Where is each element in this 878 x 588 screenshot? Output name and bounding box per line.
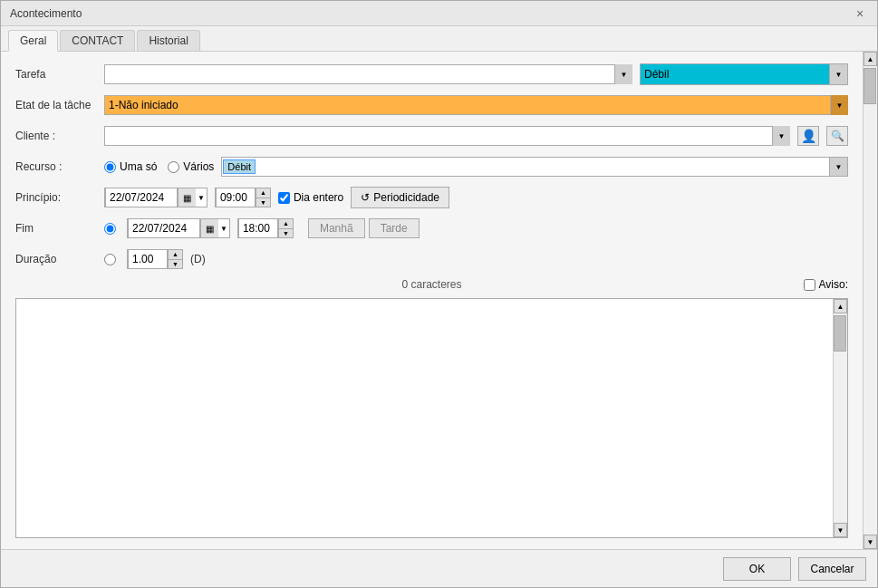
etat-dropdown-wrap: 1-Não iniciado 2-Em curso 3-Concluído ▼ [104,95,848,115]
notes-scroll-track [834,313,847,523]
uma-so-radio-item[interactable]: Uma só [104,160,157,173]
notes-scrollbar: ▲ ▼ [833,299,847,537]
principio-label: Princípio: [15,191,97,204]
varios-label: Vários [183,160,214,173]
main-scroll-thumb[interactable] [864,68,876,104]
cancel-button[interactable]: Cancelar [798,557,866,581]
notes-scroll-down[interactable]: ▼ [834,523,847,537]
principio-time-input[interactable]: 09:00 [216,188,256,207]
tarefa-row: Tarefa ▼ Débil ▼ [15,63,848,86]
window-title: Acontecimento [10,7,82,20]
debil-input[interactable]: Débil [641,64,829,84]
tab-geral[interactable]: Geral [8,30,58,52]
duracao-row: Duração 1.00 ▲ ▼ (D) [15,247,848,271]
duracao-radio[interactable] [104,254,116,265]
person-button[interactable]: 👤 [797,126,819,146]
recurso-input[interactable] [256,158,847,176]
duracao-down[interactable]: ▼ [168,260,182,269]
fim-row: Fim 22/07/2024 ▦ ▼ 18:00 ▲ ▼ M [15,217,848,240]
cliente-label: Cliente : [15,130,97,142]
principio-date-input[interactable]: 22/07/2024 [105,188,178,207]
etat-row: Etat de la tâche 1-Não iniciado 2-Em cur… [15,93,848,117]
principio-date-wrap: 22/07/2024 ▦ ▼ [104,188,207,207]
cliente-row: Cliente : ▼ 👤 🔍 [15,124,848,148]
uma-so-label: Uma só [120,160,157,173]
recurso-radio-group: Uma só Vários [104,160,214,173]
duracao-radio-item[interactable] [104,254,116,265]
manha-tarde-group: Manhã Tarde [308,218,420,238]
fim-dropdown-arrow[interactable]: ▼ [218,225,229,233]
dia-entero-checkbox[interactable] [278,192,290,204]
aviso-label: Aviso: [819,278,848,291]
main-scroll-up[interactable]: ▲ [864,52,877,66]
fim-date-wrap: 22/07/2024 ▦ ▼ [127,218,230,238]
close-button[interactable]: × [852,5,868,22]
tab-bar: Geral CONTACT Historial [1,26,877,52]
varios-radio-item[interactable]: Vários [168,160,214,173]
recurso-dropdown-arrow[interactable]: ▼ [829,158,847,176]
principio-dropdown-arrow[interactable]: ▼ [196,194,207,202]
notes-scroll-thumb[interactable] [834,315,846,352]
debil-tag: Débit [223,159,256,174]
duracao-input-wrap: 1.00 ▲ ▼ [127,249,183,269]
tarefa-dropdown-wrap: ▼ [104,64,632,84]
fim-time-down[interactable]: ▼ [278,229,293,238]
fim-label: Fim [15,222,97,235]
cliente-input[interactable] [104,126,790,146]
content-area: Tarefa ▼ Débil ▼ Etat de la tâche 1 [1,52,877,549]
principio-time-up[interactable]: ▲ [256,188,270,198]
fim-calendar-button[interactable]: ▦ [200,219,218,237]
tarefa-input[interactable] [104,64,632,84]
fim-time-input[interactable]: 18:00 [238,218,278,238]
principio-calendar-button[interactable]: ▦ [178,188,196,207]
title-bar: Acontecimento × [1,1,877,26]
footer: OK Cancelar [1,549,877,587]
uma-so-radio[interactable] [104,161,116,173]
recurso-row: Recurso : Uma só Vários Débit ▼ [15,155,848,178]
principio-time-wrap: 09:00 ▲ ▼ [215,188,271,207]
char-count-text: 0 caracteres [15,278,848,291]
fim-date-input[interactable]: 22/07/2024 [128,218,200,238]
debil-dropdown-arrow[interactable]: ▼ [829,64,847,84]
varios-radio[interactable] [168,161,179,173]
tab-historial[interactable]: Historial [137,30,199,51]
cliente-dropdown-wrap: ▼ [104,126,790,146]
principio-time-down[interactable]: ▼ [256,198,270,207]
periodicidade-label: Periodicidade [373,191,439,204]
notes-textarea[interactable] [16,299,833,537]
tarde-button[interactable]: Tarde [369,218,420,238]
fim-radio-item[interactable] [104,223,116,235]
recurso-input-wrap: Débit ▼ [221,157,848,177]
main-scroll-down[interactable]: ▼ [864,535,877,549]
etat-select[interactable]: 1-Não iniciado 2-Em curso 3-Concluído [104,95,848,115]
duracao-input[interactable]: 1.00 [128,249,168,269]
fim-time-wrap: 18:00 ▲ ▼ [237,218,294,238]
principio-time-spinner: ▲ ▼ [256,188,270,207]
main-scrollbar: ▲ ▼ [863,52,877,549]
dia-entero-label: Dia entero [294,191,343,204]
dia-entero-item[interactable]: Dia entero [278,191,343,204]
periodicidade-button[interactable]: ↺ Periodicidade [351,187,449,208]
main-window: Acontecimento × Geral CONTACT Historial … [0,0,878,588]
duracao-label: Duração [15,253,97,265]
recurso-label: Recurso : [15,160,97,173]
duracao-up[interactable]: ▲ [168,250,182,260]
refresh-icon: ↺ [361,191,370,204]
tab-contact[interactable]: CONTACT [60,30,135,51]
fim-radio[interactable] [104,223,116,235]
form-area: Tarefa ▼ Débil ▼ Etat de la tâche 1 [1,52,863,549]
tarefa-label: Tarefa [15,68,97,81]
notes-scroll-up[interactable]: ▲ [834,299,847,313]
main-scroll-track [864,66,877,535]
ok-button[interactable]: OK [723,557,791,581]
duracao-unit: (D) [190,253,206,265]
notes-area: ▲ ▼ [15,298,848,538]
fim-time-up[interactable]: ▲ [278,219,293,229]
search-button[interactable]: 🔍 [826,126,848,146]
char-count-row: 0 caracteres Aviso: [15,278,848,291]
duracao-spinner: ▲ ▼ [168,250,182,268]
principio-row: Princípio: 22/07/2024 ▦ ▼ 09:00 ▲ ▼ Dia … [15,186,848,209]
aviso-checkbox[interactable] [804,279,815,291]
aviso-wrap: Aviso: [804,278,848,291]
manha-button[interactable]: Manhã [308,218,365,238]
